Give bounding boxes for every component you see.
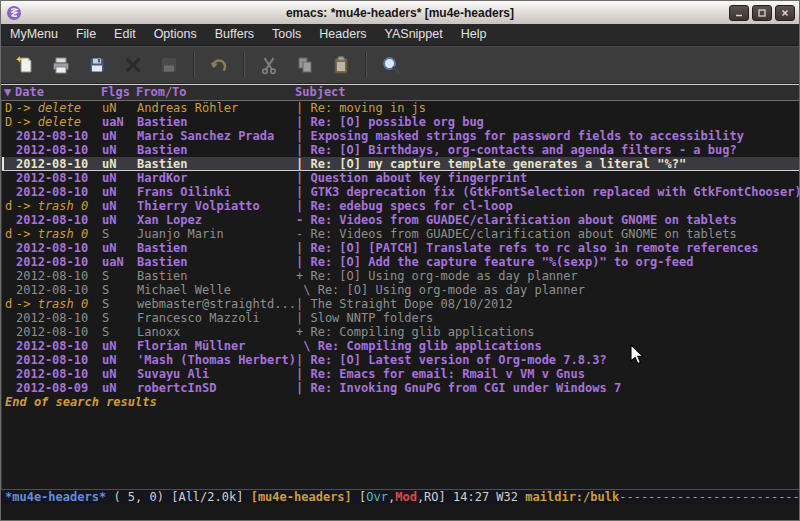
message-date: 2012-08-10 — [16, 311, 102, 325]
minibuffer[interactable] — [1, 504, 799, 520]
message-subject: \ Re: Compiling glib applications — [296, 339, 799, 353]
message-from: Bastien — [137, 157, 296, 170]
cut-button[interactable] — [252, 50, 286, 80]
maximize-icon — [757, 8, 767, 18]
column-header-from[interactable]: From/To — [136, 85, 295, 100]
menu-item-help[interactable]: Help — [452, 24, 496, 45]
paste-button[interactable] — [324, 50, 358, 80]
save-as-button[interactable] — [152, 50, 186, 80]
message-row[interactable]: d-> trash 0Swebmaster@straightd...| The … — [2, 297, 799, 311]
message-flags: uN — [102, 367, 137, 381]
message-row[interactable]: d-> trash 0SJuanjo Marin- Re: Videos fro… — [2, 227, 799, 241]
message-from: Thierry Volpiatto — [137, 199, 296, 213]
undo-button[interactable] — [202, 50, 236, 80]
message-date: 2012-08-10 — [16, 241, 102, 255]
undo-icon — [209, 55, 229, 75]
modeline-maildir: maildir:/bulk — [525, 490, 619, 504]
column-header-subject[interactable]: Subject — [295, 85, 799, 100]
message-row[interactable]: 2012-08-10SMichael Welle \ Re: [O] Using… — [2, 283, 799, 297]
modeline-size-indicator: [All/2.0k] — [171, 490, 250, 504]
message-flags: uN — [102, 353, 137, 367]
message-row[interactable]: 2012-08-10uN'Mash (Thomas Herbert)| Re: … — [2, 353, 799, 367]
sort-direction-icon: ▼ — [4, 85, 15, 100]
new-file-button[interactable] — [8, 50, 42, 80]
save-button[interactable] — [80, 50, 114, 80]
message-subject: | Re: [O] [PATCH] Translate refs to rc a… — [296, 241, 799, 255]
menu-item-yasnippet[interactable]: YASnippet — [376, 24, 452, 45]
menu-item-buffers[interactable]: Buffers — [206, 24, 263, 45]
toolbar-separator — [243, 52, 245, 78]
message-row[interactable]: 2012-08-10uNFlorian Müllner \ Re: Compil… — [2, 339, 799, 353]
message-from: Bastien — [137, 241, 296, 255]
message-date: 2012-08-10 — [16, 143, 102, 157]
message-date: 2012-08-10 — [16, 325, 102, 339]
message-flags: uN — [102, 129, 137, 143]
message-row[interactable]: 2012-08-10uNFrans Oilinki| GTK3 deprecat… — [2, 185, 799, 199]
message-subject: | Re: [O] possible org bug — [296, 115, 799, 129]
message-from: Bastien — [137, 269, 296, 283]
message-flags: S — [102, 227, 137, 241]
message-row[interactable]: 2012-08-10uNBastien| Re: [O] Birthdays, … — [2, 143, 799, 157]
message-row[interactable]: 2012-08-10uNMario Sanchez Prada| Exposin… — [2, 129, 799, 143]
copy-button[interactable] — [288, 50, 322, 80]
paste-icon — [331, 55, 351, 75]
message-date: 2012-08-10 — [16, 213, 102, 227]
message-from: webmaster@straightd... — [137, 297, 296, 311]
message-flags: uN — [102, 185, 137, 199]
message-from: Bastien — [137, 115, 296, 129]
message-row[interactable]: 2012-08-10uNSuvayu Ali| Re: Emacs for em… — [2, 367, 799, 381]
message-row[interactable]: 2012-08-10uaNBastien| Re: [O] Add the ca… — [2, 255, 799, 269]
message-flags: uN — [102, 213, 137, 227]
menu-item-edit[interactable]: Edit — [105, 24, 145, 45]
minimize-button[interactable] — [729, 5, 749, 21]
message-row[interactable]: d-> trash 0uNThierry Volpiatto| Re: edeb… — [2, 199, 799, 213]
message-row[interactable]: 2012-08-10uNXan Lopez- Re: Videos from G… — [2, 213, 799, 227]
menu-item-tools[interactable]: Tools — [263, 24, 310, 45]
message-from: Florian Müllner — [137, 339, 296, 353]
print-button[interactable] — [44, 50, 78, 80]
message-row[interactable]: 2012-08-10uNHardKor| Question about key … — [2, 171, 799, 185]
message-subject: | GTK3 deprecation fix (GtkFontSelection… — [296, 185, 799, 199]
menu-item-mymenu[interactable]: MyMenu — [1, 24, 67, 45]
message-mark: D — [5, 115, 16, 129]
message-subject: | Exposing masked strings for password f… — [296, 129, 799, 143]
message-row[interactable]: 2012-08-10SLanoxx+ Re: Compiling glib ap… — [2, 325, 799, 339]
column-header-flags[interactable]: Flgs — [101, 85, 136, 100]
message-subject: | The Straight Dope 08/10/2012 — [296, 297, 799, 311]
message-flags: S — [102, 325, 137, 339]
search-button[interactable] — [374, 50, 408, 80]
message-date: -> trash 0 — [16, 297, 102, 311]
message-flags: uaN — [102, 255, 137, 269]
close-button[interactable] — [775, 5, 795, 21]
message-row[interactable]: D-> deleteuaNBastien| Re: [O] possible o… — [2, 115, 799, 129]
message-mark — [5, 339, 16, 353]
message-row[interactable]: 2012-08-10uNBastien| Re: [O] [PATCH] Tra… — [2, 241, 799, 255]
message-mark — [5, 213, 16, 227]
close-buffer-button[interactable] — [116, 50, 150, 80]
message-subject: | Re: Invoking GnuPG from CGI under Wind… — [296, 381, 799, 395]
close-buffer-icon — [123, 55, 143, 75]
message-row[interactable]: 2012-08-10SFrancesco Mazzoli| Slow NNTP … — [2, 311, 799, 325]
message-row[interactable]: 2012-08-09uNrobertcInSD| Re: Invoking Gn… — [2, 381, 799, 395]
modeline-clock: 14:27 W32 — [446, 490, 525, 504]
message-flags: uN — [102, 381, 137, 395]
column-header-date[interactable]: Date — [15, 85, 101, 100]
message-row[interactable]: 2012-08-10SBastien+ Re: [O] Using org-mo… — [2, 269, 799, 283]
message-mark — [5, 241, 16, 255]
message-row[interactable]: D-> deleteuNAndreas Röhler| Re: moving i… — [2, 101, 799, 115]
menu-item-headers[interactable]: Headers — [310, 24, 375, 45]
message-subject: - Re: Videos from GUADEC/clarification a… — [296, 227, 799, 241]
message-row[interactable]: 2012-08-10uNBastien| Re: [O] my capture … — [2, 157, 799, 171]
modeline-readonly-flag: ,RO] — [417, 490, 446, 504]
message-from: Mario Sanchez Prada — [137, 129, 296, 143]
save-icon — [87, 55, 107, 75]
maximize-button[interactable] — [752, 5, 772, 21]
message-date: 2012-08-10 — [16, 171, 102, 185]
menu-item-file[interactable]: File — [67, 24, 105, 45]
message-flags: S — [102, 311, 137, 325]
menu-item-options[interactable]: Options — [145, 24, 206, 45]
message-from: Bastien — [137, 143, 296, 157]
message-date: 2012-08-10 — [16, 185, 102, 199]
mode-line: *mu4e-headers* ( 5, 0) [All/2.0k] [mu4e-… — [1, 489, 799, 504]
message-mark — [5, 283, 16, 297]
